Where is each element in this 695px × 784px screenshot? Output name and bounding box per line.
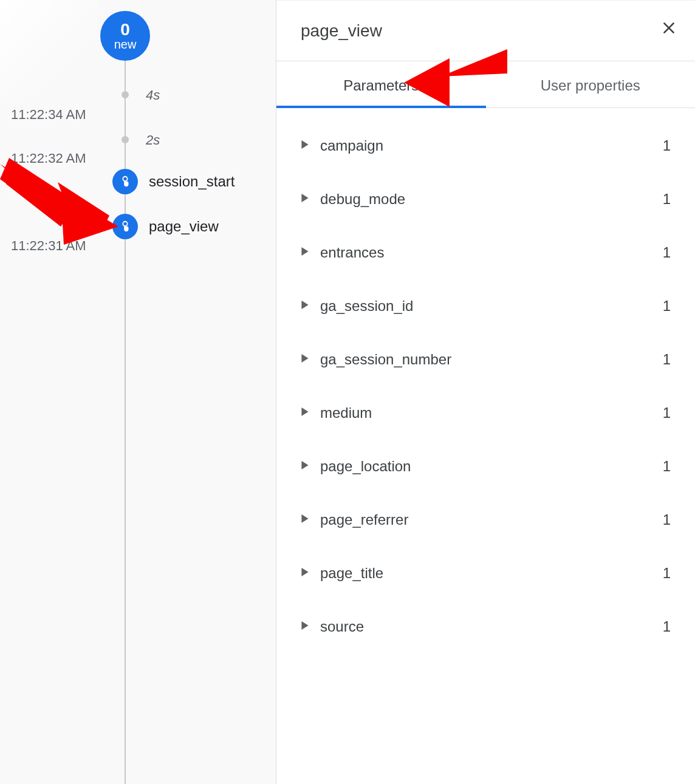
parameter-count: 1	[663, 244, 671, 261]
chevron-right-icon	[301, 194, 309, 205]
chevron-right-icon	[301, 301, 309, 312]
timeline-tick: 2s	[122, 136, 129, 143]
parameter-name: ga_session_number	[320, 351, 663, 368]
parameter-row[interactable]: source 1	[295, 600, 677, 653]
svg-marker-11	[301, 247, 308, 256]
chevron-right-icon	[301, 514, 309, 525]
timeline-tick: 4s	[122, 91, 129, 98]
svg-marker-2	[0, 164, 109, 228]
new-events-badge[interactable]: 0 new	[100, 11, 150, 61]
chevron-right-icon	[301, 461, 309, 472]
tab-label: User properties	[541, 77, 640, 94]
tick-dot-icon	[122, 136, 129, 143]
chevron-right-icon	[301, 140, 309, 151]
touch-icon	[112, 214, 138, 239]
svg-marker-5	[6, 166, 73, 227]
svg-marker-17	[301, 568, 308, 576]
svg-marker-13	[301, 354, 308, 363]
svg-marker-9	[301, 140, 308, 149]
parameter-count: 1	[663, 511, 671, 528]
tab-parameters[interactable]: Parameters	[276, 61, 486, 107]
svg-marker-15	[301, 461, 308, 469]
parameter-name: ga_session_id	[320, 298, 663, 315]
parameter-row[interactable]: ga_session_number 1	[295, 333, 677, 386]
parameter-row[interactable]: page_title 1	[295, 547, 677, 600]
event-name-label: page_view	[149, 218, 219, 235]
timestamp-label: 11:22:32 AM	[11, 151, 86, 166]
parameter-row[interactable]: ga_session_id 1	[295, 279, 677, 333]
tick-label: 2s	[146, 132, 160, 148]
timeline-pane: 0 new 4s 2s 11:22:34 AM 11:22:32 AM 11:2…	[0, 0, 276, 784]
chevron-right-icon	[301, 354, 309, 365]
close-icon	[661, 20, 677, 36]
svg-marker-18	[301, 621, 308, 630]
svg-marker-6	[61, 193, 118, 245]
timeline-event-page-view[interactable]: page_view	[112, 214, 219, 239]
svg-point-1	[123, 222, 127, 226]
chevron-right-icon	[301, 568, 309, 579]
svg-marker-16	[301, 514, 308, 523]
detail-title: page_view	[301, 21, 382, 41]
parameter-row[interactable]: campaign 1	[295, 119, 677, 172]
svg-marker-14	[301, 407, 308, 416]
parameter-name: page_title	[320, 565, 663, 582]
close-button[interactable]	[661, 20, 677, 38]
timeline-vertical-line	[125, 43, 126, 784]
chevron-right-icon	[301, 407, 309, 418]
parameter-count: 1	[663, 351, 671, 368]
parameter-count: 1	[663, 137, 671, 154]
tab-label: Parameters	[343, 77, 419, 94]
tab-user-properties[interactable]: User properties	[486, 61, 696, 107]
parameter-name: page_location	[320, 458, 663, 475]
parameter-row[interactable]: debug_mode 1	[295, 172, 677, 226]
svg-marker-12	[301, 301, 308, 309]
event-detail-pane: page_view Parameters User properties	[276, 0, 695, 784]
parameter-name: medium	[320, 404, 663, 421]
detail-tabs: Parameters User properties	[276, 61, 695, 108]
badge-count: 0	[120, 21, 130, 38]
chevron-right-icon	[301, 247, 309, 258]
parameters-list: campaign 1 debug_mode 1 entrances 1 ga_s…	[276, 108, 695, 653]
parameter-count: 1	[663, 298, 671, 315]
parameter-name: campaign	[320, 137, 663, 154]
parameter-name: debug_mode	[320, 191, 663, 208]
svg-marker-10	[301, 194, 308, 202]
badge-label: new	[114, 38, 137, 51]
parameter-row[interactable]: medium 1	[295, 386, 677, 440]
parameter-count: 1	[663, 404, 671, 421]
parameter-name: page_referrer	[320, 511, 663, 528]
parameter-row[interactable]: page_location 1	[295, 440, 677, 493]
event-name-label: session_start	[149, 173, 235, 190]
parameter-count: 1	[663, 458, 671, 475]
parameter-count: 1	[663, 191, 671, 208]
tick-label: 4s	[146, 87, 160, 103]
parameter-name: source	[320, 618, 663, 635]
parameter-row[interactable]: entrances 1	[295, 226, 677, 279]
parameter-name: entrances	[320, 244, 663, 261]
svg-marker-4	[12, 158, 115, 237]
tick-dot-icon	[122, 91, 129, 98]
app-root: 0 new 4s 2s 11:22:34 AM 11:22:32 AM 11:2…	[0, 0, 695, 784]
parameter-count: 1	[663, 618, 671, 635]
svg-point-0	[123, 177, 127, 181]
svg-marker-3	[0, 158, 79, 225]
timestamp-label: 11:22:31 AM	[11, 238, 86, 254]
parameter-count: 1	[663, 565, 671, 582]
timestamp-label: 11:22:34 AM	[11, 107, 86, 123]
parameter-row[interactable]: page_referrer 1	[295, 493, 677, 547]
touch-icon	[112, 169, 138, 194]
chevron-right-icon	[301, 621, 309, 632]
timeline-event-session-start[interactable]: session_start	[112, 169, 235, 194]
detail-header: page_view	[276, 1, 695, 61]
